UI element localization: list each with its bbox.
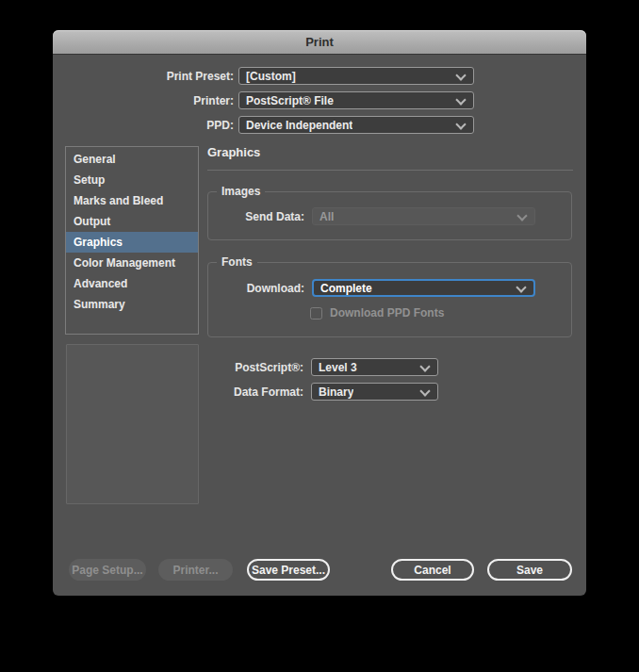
ppd-label: PPD:: [90, 116, 234, 135]
download-ppd-fonts-label: Download PPD Fonts: [330, 306, 444, 320]
sidebar-item-output[interactable]: Output: [66, 211, 198, 232]
send-data-label: Send Data:: [208, 210, 304, 223]
sidebar-item-graphics[interactable]: Graphics: [66, 232, 198, 253]
postscript-row: PostScript®: Level 3: [207, 358, 438, 376]
postscript-label: PostScript®:: [207, 361, 303, 374]
chevron-down-icon: [516, 282, 526, 292]
send-data-value: All: [320, 210, 334, 223]
printer-button: Printer...: [158, 559, 233, 581]
images-group: Images Send Data: All: [207, 191, 572, 240]
ppd-dropdown[interactable]: Device Independent: [238, 116, 474, 134]
fonts-group: Fonts Download: Complete Download PPD Fo…: [207, 262, 572, 337]
fonts-group-legend: Fonts: [217, 255, 257, 269]
sidebar-item-general[interactable]: General: [66, 149, 198, 170]
chevron-down-icon: [419, 385, 430, 396]
printer-label: Printer:: [90, 91, 234, 110]
dialog-titlebar[interactable]: Print: [53, 30, 586, 54]
sidebar-item-advanced[interactable]: Advanced: [66, 273, 198, 294]
sidebar-item-color-management[interactable]: Color Management: [66, 253, 198, 273]
chevron-down-icon: [455, 94, 466, 105]
print-dialog: Print Print Preset: [Custom] Printer: Po…: [53, 30, 586, 596]
preview-box: [66, 344, 199, 504]
sidebar-item-setup[interactable]: Setup: [66, 170, 198, 190]
dialog-title: Print: [305, 35, 334, 49]
images-group-legend: Images: [217, 185, 265, 198]
print-preset-value: [Custom]: [246, 70, 296, 83]
cancel-button[interactable]: Cancel: [391, 559, 474, 581]
sidebar-item-marks-and-bleed[interactable]: Marks and Bleed: [66, 190, 198, 211]
postscript-dropdown[interactable]: Level 3: [311, 358, 438, 376]
panel-title: Graphics: [207, 145, 260, 159]
data-format-row: Data Format: Binary: [207, 383, 438, 401]
save-preset-button[interactable]: Save Preset...: [247, 559, 330, 581]
save-button[interactable]: Save: [487, 559, 572, 581]
postscript-value: Level 3: [319, 361, 357, 374]
settings-list: GeneralSetupMarks and BleedOutputGraphic…: [65, 146, 199, 335]
print-preset-label: Print Preset:: [90, 67, 234, 86]
printer-dropdown[interactable]: PostScript® File: [238, 91, 474, 109]
send-data-dropdown: All: [312, 207, 535, 225]
panel-divider: [207, 170, 573, 171]
ppd-value: Device Independent: [246, 119, 352, 132]
download-ppd-fonts-checkbox: [310, 307, 322, 320]
download-dropdown[interactable]: Complete: [312, 279, 535, 297]
chevron-down-icon: [419, 361, 430, 371]
download-label: Download:: [208, 282, 304, 295]
data-format-value: Binary: [319, 385, 353, 399]
chevron-down-icon: [455, 70, 466, 80]
download-value: Complete: [320, 282, 372, 295]
data-format-dropdown[interactable]: Binary: [311, 383, 438, 401]
chevron-down-icon: [455, 119, 466, 129]
page-setup-button: Page Setup...: [69, 559, 146, 581]
data-format-label: Data Format:: [207, 385, 303, 399]
printer-value: PostScript® File: [246, 94, 334, 107]
sidebar-item-summary[interactable]: Summary: [66, 294, 198, 315]
chevron-down-icon: [516, 210, 527, 221]
print-preset-dropdown[interactable]: [Custom]: [238, 67, 474, 85]
